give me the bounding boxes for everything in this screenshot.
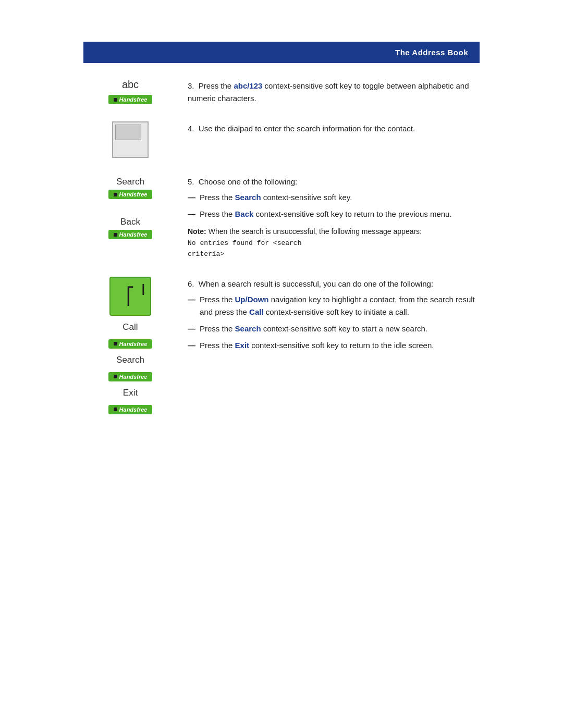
header-bar: The Address Book [83,42,480,63]
step-3-highlight: abc/123 [234,81,262,90]
handsfree-label-6a: Handsfree [119,341,148,347]
call-highlight-6: Call [249,307,264,316]
step-4-left [83,121,177,158]
bullet-5-2: — Press the Back context-sensitive soft … [188,208,480,220]
back-label-5: Back [120,217,140,227]
step-6-right: 6. When a search result is successful, y… [177,277,480,356]
handsfree-dot-6c [114,408,117,411]
handsfree-btn-6a: Handsfree [108,339,153,349]
page-container: The Address Book abc Handsfree 3. Press … [0,42,563,728]
dialpad-inner [115,125,141,140]
step-3-text: 3. Press the abc/123 context-sensitive s… [188,80,480,105]
handsfree-btn-5a: Handsfree [108,190,153,199]
step-4-row: 4. Use the dialpad to enter the search i… [83,121,480,158]
step-5-intro: 5. Choose one of the following: [188,176,480,188]
search-label-5: Search [116,177,144,187]
handsfree-dot-5a [114,193,117,196]
note-label: Note: [188,227,206,236]
handsfree-dot [114,98,117,102]
handsfree-dot-6b [114,375,117,378]
abc-label: abc [122,79,139,91]
step-4-num: 4. Use the dialpad to enter the search i… [188,124,415,133]
step-5-bullets: — Press the Search context-sensitive sof… [188,191,480,220]
note-code: No entries found for <searchcriteria> [188,238,480,260]
step-6-bullets: — Press the Up/Down navigation key to hi… [188,293,480,352]
note-block-5: Note: When the search is unsuccessful, t… [188,226,480,260]
handsfree-btn-6c: Handsfree [108,405,153,414]
handsfree-btn-3: Handsfree [108,95,153,104]
handsfree-label-5a: Handsfree [119,191,148,198]
step-3-num: 3. Press the [188,81,234,90]
key-digit: | [142,282,145,295]
handsfree-dot-6a [114,342,117,346]
handsfree-label-6b: Handsfree [119,374,148,380]
handsfree-label-6c: Handsfree [119,406,148,413]
handsfree-btn-6b: Handsfree [108,372,153,381]
bullet-6-3: — Press the Exit context-sensitive soft … [188,339,480,352]
main-content: abc Handsfree 3. Press the abc/123 conte… [83,63,480,441]
back-highlight-5: Back [235,209,254,218]
step-4-right: 4. Use the dialpad to enter the search i… [177,121,480,135]
search-highlight-5: Search [235,193,261,202]
dialpad-image [112,121,149,158]
bullet-6-2: — Press the Search context-sensitive sof… [188,323,480,335]
step-5-right: 5. Choose one of the following: — Press … [177,175,480,260]
step-3-right: 3. Press the abc/123 context-sensitive s… [177,79,480,105]
exit-label-6: Exit [123,388,138,398]
exit-highlight-6: Exit [235,341,250,350]
header-title: The Address Book [395,48,468,57]
bullet-5-1: — Press the Search context-sensitive sof… [188,191,480,204]
handsfree-dot-5b [114,233,117,237]
handsfree-btn-5b: Handsfree [108,230,153,239]
step-6-row: ⎡ | Call Handsfree Search Handsfree Exit… [83,277,480,414]
phone-icon: ⎡ [126,288,134,304]
step-6-intro: 6. When a search result is successful, y… [188,278,480,290]
call-label-6: Call [123,322,138,332]
step-5-left: Search Handsfree Back Handsfree [83,175,177,239]
handsfree-label-5b: Handsfree [119,231,148,238]
bullet-6-1: — Press the Up/Down navigation key to hi… [188,293,480,318]
step-4-text: 4. Use the dialpad to enter the search i… [188,122,480,135]
step-6-left: ⎡ | Call Handsfree Search Handsfree Exit… [83,277,177,414]
phone-key-image: ⎡ | [109,277,151,316]
step-3-left: abc Handsfree [83,79,177,104]
updown-highlight: Up/Down [235,295,269,304]
step-3-row: abc Handsfree 3. Press the abc/123 conte… [83,79,480,105]
note-text: When the search is unsuccessful, the fol… [209,227,422,236]
step-5-row: Search Handsfree Back Handsfree 5. Choos… [83,175,480,260]
search-label-6: Search [116,355,144,365]
search-highlight-6: Search [235,324,261,333]
handsfree-label-3: Handsfree [119,96,148,103]
